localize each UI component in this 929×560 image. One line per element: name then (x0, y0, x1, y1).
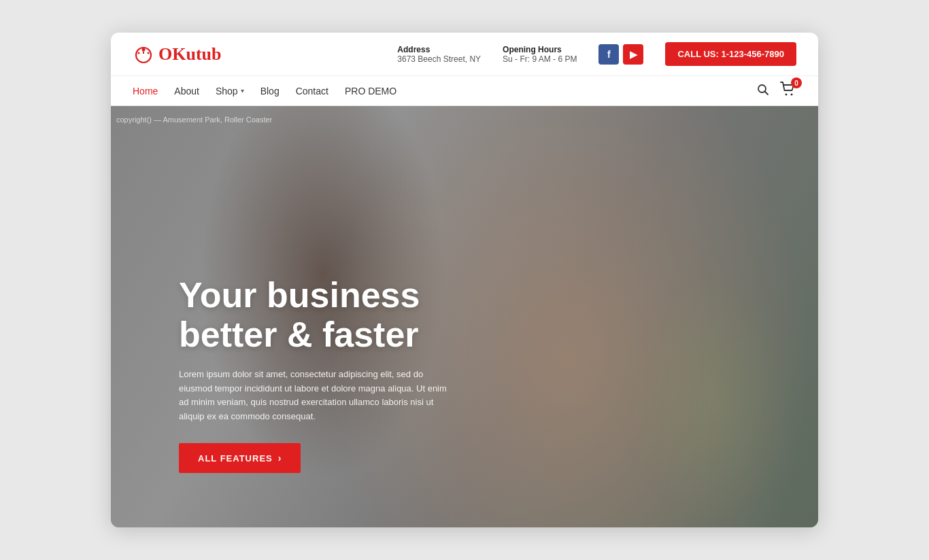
address-value: 3673 Beech Street, NY (397, 54, 481, 64)
nav-links: Home About Shop ▾ Blog Contact PRO DEMO (133, 77, 396, 105)
hours-block: Opening Hours Su - Fr: 9 AM - 6 PM (503, 45, 577, 64)
nav-home[interactable]: Home (133, 77, 158, 105)
logo-highlight: O (158, 44, 172, 64)
header-top: OKutub Address 3673 Beech Street, NY Ope… (111, 33, 818, 76)
nav-bar: Home About Shop ▾ Blog Contact PRO DEMO (111, 76, 818, 106)
svg-point-8 (791, 94, 793, 96)
nav-pro-demo[interactable]: PRO DEMO (345, 77, 396, 105)
cta-arrow: › (278, 453, 282, 463)
hours-value: Su - Fr: 9 AM - 6 PM (503, 54, 577, 64)
svg-point-4 (148, 52, 150, 54)
hero-content: Your business better & faster Lorem ipsu… (179, 276, 451, 473)
nav-blog[interactable]: Blog (260, 77, 280, 105)
header-info: Address 3673 Beech Street, NY Opening Ho… (397, 42, 796, 66)
nav-about[interactable]: About (174, 77, 199, 105)
search-button[interactable] (757, 84, 769, 99)
cart-count: 0 (791, 77, 802, 88)
cart-button[interactable]: 0 (780, 82, 796, 100)
all-features-button[interactable]: ALL FEATURES › (179, 443, 301, 473)
svg-line-6 (765, 91, 768, 94)
address-label: Address (397, 45, 481, 54)
nav-shop[interactable]: Shop ▾ (216, 77, 244, 105)
svg-point-7 (786, 94, 788, 96)
logo-icon (133, 43, 154, 65)
youtube-button[interactable]: ▶ (623, 44, 643, 65)
svg-point-3 (138, 52, 140, 54)
hero-section: copyright() — Amusement Park, Roller Coa… (111, 106, 818, 527)
nav-actions: 0 (757, 82, 796, 100)
hero-title: Your business better & faster (179, 276, 451, 353)
logo-text: OKutub (158, 44, 222, 65)
browser-window: OKutub Address 3673 Beech Street, NY Ope… (111, 33, 818, 527)
hero-copyright: copyright() — Amusement Park, Roller Coa… (111, 113, 277, 126)
social-icons: f ▶ (598, 44, 643, 65)
hero-description: Lorem ipsum dolor sit amet, consectetur … (179, 368, 451, 424)
call-button[interactable]: CALL US: 1-123-456-7890 (665, 42, 796, 66)
search-icon (757, 84, 769, 96)
facebook-button[interactable]: f (598, 44, 619, 65)
svg-point-1 (142, 48, 146, 51)
shop-dropdown-arrow: ▾ (241, 87, 244, 94)
hours-label: Opening Hours (503, 45, 577, 54)
nav-contact[interactable]: Contact (296, 77, 328, 105)
address-block: Address 3673 Beech Street, NY (397, 45, 481, 64)
logo-area: OKutub (133, 43, 222, 65)
